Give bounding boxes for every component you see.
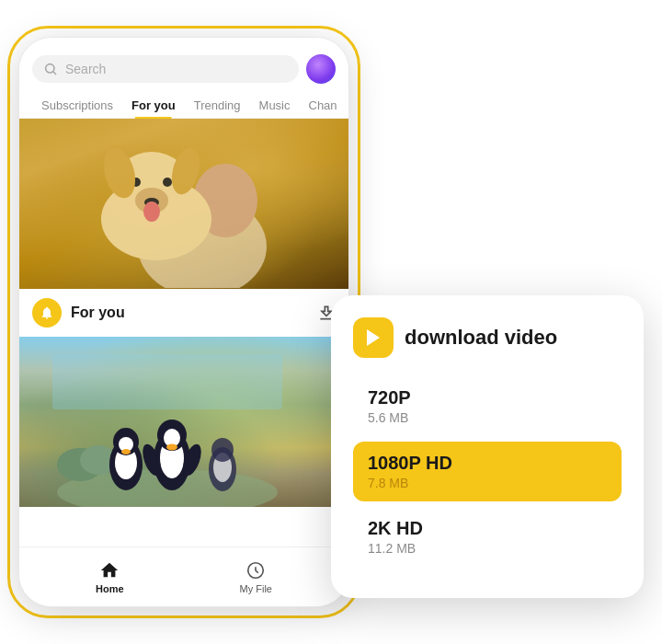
dialog-play-icon: [353, 317, 394, 358]
quality-option-720p[interactable]: 720P 5.6 MB: [353, 376, 622, 436]
bell-icon: [40, 305, 54, 320]
svg-point-31: [211, 438, 234, 462]
dog-image-illustration: [83, 127, 285, 288]
quality-label-2k: 2K HD: [368, 518, 607, 539]
quality-size-720p: 5.6 MB: [368, 410, 607, 425]
svg-point-12: [143, 201, 160, 222]
quality-size-2k: 11.2 MB: [368, 541, 607, 556]
download-dialog: download video 720P 5.6 MB 1080P HD 7.8 …: [331, 295, 644, 598]
play-icon: [362, 327, 384, 349]
bottom-nav-home[interactable]: Home: [96, 560, 124, 594]
quality-label-720p: 720P: [368, 387, 607, 408]
phone-header: Search: [19, 38, 348, 84]
svg-point-0: [46, 64, 54, 73]
tab-trending[interactable]: Trending: [185, 93, 250, 118]
section-icon: [32, 298, 62, 328]
quality-label-1080p: 1080P HD: [368, 453, 607, 474]
myfile-label: My File: [240, 583, 272, 594]
avatar[interactable]: [306, 54, 336, 84]
dialog-header: download video: [353, 317, 622, 358]
svg-rect-32: [52, 354, 282, 409]
search-icon: [43, 62, 58, 76]
svg-point-21: [121, 449, 131, 454]
quality-option-2k[interactable]: 2K HD 11.2 MB: [353, 507, 622, 567]
quality-size-1080p: 7.8 MB: [368, 476, 607, 490]
home-label: Home: [96, 583, 124, 594]
penguin-illustration: [52, 354, 282, 508]
section-header: For you: [19, 289, 348, 337]
svg-marker-34: [367, 329, 380, 346]
section-title: For you: [71, 305, 317, 321]
scene: Search Subscriptions For you Trending Mu…: [18, 18, 644, 626]
bottom-nav-myfile[interactable]: My File: [240, 560, 272, 594]
penguin-image: [19, 337, 348, 507]
svg-line-1: [53, 72, 56, 75]
search-bar[interactable]: Search: [32, 55, 299, 83]
bottom-nav: Home My File: [19, 546, 348, 606]
search-placeholder: Search: [65, 62, 288, 76]
home-icon: [99, 560, 120, 581]
tab-chan[interactable]: Chan: [300, 93, 347, 118]
svg-point-9: [163, 178, 172, 187]
quality-option-1080p[interactable]: 1080P HD 7.8 MB: [353, 442, 622, 501]
phone-mockup: Search Subscriptions For you Trending Mu…: [18, 37, 349, 607]
tab-music[interactable]: Music: [250, 93, 300, 118]
dialog-title: download video: [405, 326, 557, 350]
hero-image: [19, 119, 348, 289]
file-icon: [245, 560, 266, 581]
svg-point-26: [166, 443, 177, 450]
nav-tabs: Subscriptions For you Trending Music Cha…: [19, 84, 348, 119]
tab-subscriptions[interactable]: Subscriptions: [32, 93, 122, 118]
tab-for-you[interactable]: For you: [122, 93, 185, 118]
